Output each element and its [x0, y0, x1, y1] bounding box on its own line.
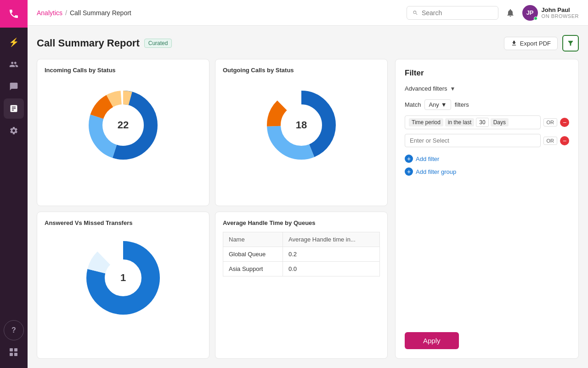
user-info: John Paul ON BROWSER	[542, 6, 579, 19]
add-filter-group-label: Add filter group	[416, 168, 456, 175]
breadcrumb-parent[interactable]: Analytics	[37, 9, 62, 17]
sidebar: ⚡ ?	[0, 0, 28, 368]
user-profile: JP John Paul ON BROWSER	[522, 5, 579, 21]
answered-missed-donut: 1	[45, 232, 202, 324]
charts-area: Incoming Calls by Status	[37, 59, 388, 359]
match-dropdown[interactable]: Any ▼	[424, 99, 451, 110]
lightning-icon[interactable]: ⚡	[4, 32, 24, 52]
add-filter-group-link[interactable]: + Add filter group	[405, 167, 569, 176]
header-actions: Export PDF	[504, 35, 579, 52]
filter-toggle-button[interactable]	[562, 35, 579, 52]
answered-missed-value: 1	[120, 272, 126, 284]
filter-row-1: Time period in the last 30 Days OR −	[405, 115, 569, 129]
answered-missed-title: Answered Vs Missed Transfers	[45, 219, 202, 226]
breadcrumb-separator: /	[65, 9, 67, 17]
export-pdf-button[interactable]: Export PDF	[504, 37, 558, 50]
filter-panel: Filter Advanced filters ▼ Match Any ▼ fi…	[395, 59, 579, 359]
filter-panel-title: Filter	[405, 69, 569, 78]
add-filter-link[interactable]: + Add filter	[405, 155, 569, 163]
chat-icon[interactable]	[4, 76, 24, 97]
outgoing-calls-chart: Outgoing Calls by Status 18	[215, 59, 388, 206]
topbar: Analytics / Call Summary Report JP John …	[28, 0, 588, 26]
table-cell-name: Global Queue	[223, 247, 283, 262]
answered-missed-chart: Answered Vs Missed Transfers 1	[37, 212, 209, 359]
table-cell-name: Asia Support	[223, 262, 283, 276]
sidebar-logo[interactable]	[0, 0, 28, 28]
incoming-calls-donut: 22	[45, 79, 202, 171]
outgoing-calls-value: 18	[296, 119, 307, 131]
filter-icon	[567, 40, 574, 47]
add-filter-label: Add filter	[416, 155, 439, 162]
incoming-calls-chart: Incoming Calls by Status	[37, 59, 209, 206]
match-chevron-icon: ▼	[441, 101, 447, 108]
avg-handle-time-title: Average Handle Time by Queues	[223, 219, 380, 226]
table-cell-value: 0.2	[283, 247, 380, 262]
sidebar-nav: ⚡	[4, 28, 24, 320]
breadcrumb: Analytics / Call Summary Report	[37, 9, 131, 17]
incoming-calls-title: Incoming Calls by Status	[45, 67, 202, 74]
svg-rect-1	[14, 348, 17, 351]
svg-rect-0	[10, 348, 13, 351]
filters-label: filters	[455, 101, 469, 108]
avg-handle-time-table: Name Average Handle time in... Global Qu…	[223, 232, 380, 276]
filter-tag-time-period: Time period	[409, 118, 443, 126]
sidebar-bottom: ?	[4, 320, 24, 368]
export-icon	[511, 40, 517, 46]
analytics-icon[interactable]	[4, 98, 24, 119]
advanced-filters-toggle[interactable]: Advanced filters ▼	[405, 85, 569, 92]
apply-button[interactable]: Apply	[405, 332, 459, 349]
enter-select-input[interactable]	[405, 134, 541, 147]
page-title: Call Summary Report	[37, 37, 140, 49]
bell-icon[interactable]	[506, 8, 515, 17]
filter-actions: Apply	[405, 325, 569, 349]
settings-icon[interactable]	[4, 121, 24, 141]
svg-rect-2	[10, 353, 13, 356]
search-icon	[413, 10, 418, 16]
add-filter-group-icon: +	[405, 167, 413, 176]
filter-tag-value-30[interactable]: 30	[476, 118, 488, 127]
search-input[interactable]	[422, 9, 492, 17]
match-row: Match Any ▼ filters	[405, 99, 569, 110]
filter-tag-in-the-last: in the last	[445, 118, 474, 126]
main-content: Analytics / Call Summary Report JP John …	[28, 0, 588, 368]
outgoing-calls-title: Outgoing Calls by Status	[223, 67, 380, 74]
filter-row-1-tags: Time period in the last 30 Days	[405, 115, 541, 129]
page-title-area: Call Summary Report Curated	[37, 37, 172, 49]
table-col-name: Name	[223, 232, 283, 247]
match-value: Any	[429, 101, 439, 108]
topbar-right: JP John Paul ON BROWSER	[407, 5, 579, 21]
incoming-calls-value: 22	[118, 119, 129, 131]
remove-filter-2-button[interactable]: −	[560, 136, 569, 145]
advanced-filters-label: Advanced filters	[405, 85, 447, 92]
status-dot	[534, 17, 537, 20]
search-box[interactable]	[407, 6, 498, 20]
page-content: Call Summary Report Curated Export PDF I…	[28, 26, 588, 368]
table-row: Asia Support 0.0	[223, 262, 380, 276]
user-name: John Paul	[542, 6, 579, 13]
outgoing-calls-donut: 18	[223, 79, 380, 171]
curated-badge: Curated	[144, 39, 172, 48]
chevron-down-icon: ▼	[450, 86, 456, 92]
breadcrumb-current: Call Summary Report	[70, 9, 131, 17]
table-cell-value: 0.0	[283, 262, 380, 276]
table-col-value: Average Handle time in...	[283, 232, 380, 247]
page-header: Call Summary Report Curated Export PDF	[37, 35, 579, 52]
match-label: Match	[405, 101, 421, 108]
or-badge-1: OR	[543, 118, 558, 126]
table-row: Global Queue 0.2	[223, 247, 380, 262]
filter-tag-days: Days	[491, 118, 509, 126]
help-icon[interactable]: ?	[4, 320, 24, 340]
avg-handle-time-chart: Average Handle Time by Queues Name Avera…	[215, 212, 388, 359]
filter-row-2: OR −	[405, 134, 569, 147]
svg-rect-3	[14, 353, 17, 356]
user-status: ON BROWSER	[542, 13, 579, 19]
or-badge-2: OR	[543, 137, 558, 145]
users-icon[interactable]	[4, 54, 24, 75]
add-filter-icon: +	[405, 155, 413, 163]
grid-icon[interactable]	[4, 342, 24, 362]
remove-filter-1-button[interactable]: −	[560, 118, 569, 127]
content-area: Incoming Calls by Status	[37, 59, 579, 359]
avatar: JP	[522, 5, 538, 21]
